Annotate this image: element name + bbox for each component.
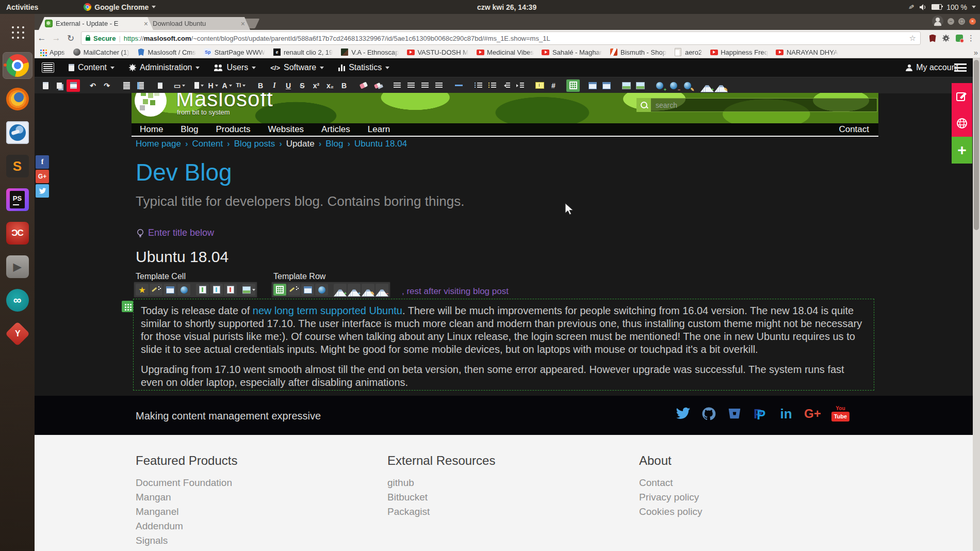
panel-button[interactable]: [164, 284, 176, 296]
row-grid-button[interactable]: [273, 284, 286, 296]
page-properties-button[interactable]: [153, 79, 167, 92]
extension-icon[interactable]: [953, 35, 966, 42]
numbered-list-button[interactable]: [485, 79, 499, 92]
horizontal-rule-button[interactable]: [452, 79, 465, 92]
googleplus-icon[interactable]: G+: [804, 405, 821, 423]
block-style-button[interactable]: [192, 79, 206, 92]
column-red-button[interactable]: [224, 284, 237, 296]
copy-page-button[interactable]: [53, 79, 66, 92]
post-title[interactable]: Ubuntu 18.04: [136, 248, 228, 266]
column-green-button[interactable]: [196, 284, 209, 296]
tab-external-update[interactable]: External - Update - E ×: [39, 17, 153, 30]
footer-link-cookies-policy[interactable]: Cookies policy: [639, 506, 703, 517]
font-color-button[interactable]: A: [220, 79, 234, 92]
breadcrumb-blog[interactable]: Blog: [325, 139, 343, 149]
globe-button[interactable]: [315, 284, 328, 296]
footer-link-signals[interactable]: Signals: [136, 535, 237, 546]
ublock-extension-icon[interactable]: [926, 35, 939, 42]
arduino-launcher[interactable]: ∞: [3, 287, 32, 313]
remove-bold-button[interactable]: B: [337, 79, 351, 92]
forward-button[interactable]: →: [49, 33, 63, 43]
image-edit-button[interactable]: [633, 79, 647, 92]
search-button[interactable]: [636, 98, 651, 112]
footer-link-packagist[interactable]: Packagist: [387, 506, 495, 517]
facebook-share-button[interactable]: f: [36, 155, 49, 169]
paypal-icon[interactable]: PP: [753, 405, 768, 423]
chevron-down-icon[interactable]: [972, 6, 976, 10]
github-icon[interactable]: [701, 405, 716, 423]
indent-button[interactable]: [513, 79, 527, 92]
outdent-button[interactable]: [499, 79, 513, 92]
bookmark-sahal-maghar[interactable]: Sahalé - Maghar: [542, 48, 602, 56]
editable-content-block[interactable]: Today is release date of new long term s…: [133, 299, 874, 391]
bookmark-star-icon[interactable]: ☆: [909, 34, 916, 43]
new-page-button[interactable]: [39, 79, 52, 92]
globe-remove-button[interactable]: −: [667, 79, 680, 92]
bookmark-maslosoft-cms[interactable]: Maslosoft / Cms: [137, 48, 196, 56]
activities-button[interactable]: Activities: [6, 3, 38, 11]
footer-link-github[interactable]: github: [387, 477, 495, 489]
menu-content[interactable]: Content: [69, 63, 115, 72]
nav-contact[interactable]: Contact: [839, 124, 869, 135]
media-player-launcher[interactable]: ▶: [3, 254, 32, 280]
firefox-launcher[interactable]: [3, 86, 32, 112]
phpstorm-launcher[interactable]: PS: [3, 187, 32, 213]
undo-button[interactable]: ↶: [86, 79, 100, 92]
footer-link-manganel[interactable]: Manganel: [136, 506, 237, 517]
bookmark-startpage-www[interactable]: SpStartPage WWW: [204, 48, 265, 56]
globe-button[interactable]: [177, 284, 190, 296]
nav-learn[interactable]: Learn: [368, 124, 390, 135]
close-icon[interactable]: ×: [144, 20, 148, 27]
double-commander-launcher[interactable]: ƆC: [3, 220, 32, 246]
volume-icon[interactable]: [919, 4, 927, 11]
row-add-above-button[interactable]: +: [334, 284, 347, 296]
close-window-button[interactable]: ×: [969, 18, 976, 25]
wand-button[interactable]: [287, 284, 300, 296]
nav-home[interactable]: Home: [140, 124, 163, 135]
footer-link-document-foundation[interactable]: Document Foundation: [136, 477, 237, 489]
bookmark-mailcatcher-1[interactable]: MailCatcher (1): [73, 48, 129, 56]
grid-edit-button[interactable]: [566, 79, 580, 92]
block-drag-handle[interactable]: [122, 301, 133, 312]
bookmark-narayan-dhya[interactable]: NARAYAN DHYA: [776, 48, 838, 56]
eraser-button[interactable]: [357, 79, 370, 92]
preview-button[interactable]: ▭: [173, 79, 186, 92]
panel-add-button[interactable]: [586, 79, 599, 92]
view-site-button[interactable]: [952, 110, 972, 137]
underline-button[interactable]: U: [282, 79, 295, 92]
footer-link-bitbucket[interactable]: Bitbucket: [387, 492, 495, 503]
sublime-text-launcher[interactable]: S: [3, 153, 32, 179]
smartgit-launcher[interactable]: Y: [3, 321, 32, 347]
google-chrome-launcher[interactable]: [3, 53, 32, 78]
wand-button[interactable]: [150, 284, 162, 296]
profile-avatar[interactable]: [932, 15, 943, 27]
bitbucket-icon[interactable]: [727, 405, 742, 423]
row-edit-button[interactable]: ✎: [362, 284, 374, 296]
bookmark-apps[interactable]: Apps: [39, 48, 65, 56]
bullet-list-button[interactable]: [471, 79, 485, 92]
battery-icon[interactable]: [932, 4, 942, 10]
strikethrough-button[interactable]: S: [296, 79, 309, 92]
nav-products[interactable]: Products: [216, 124, 250, 135]
googleplus-share-button[interactable]: G+: [36, 170, 49, 183]
footer-link-mangan[interactable]: Mangan: [136, 492, 237, 503]
bookmark-bismuth-shop[interactable]: Bismuth - Shop: [610, 48, 666, 56]
browser-menu-icon[interactable]: ⋮: [967, 34, 975, 43]
tab-download-ubuntu[interactable]: Download Ubuntu ×: [136, 17, 250, 30]
table-grid-button[interactable]: #: [547, 79, 560, 92]
bookmark-medicinal-vibes[interactable]: Medicinal Vibes: [476, 48, 534, 56]
bookmarks-overflow-icon[interactable]: »: [974, 48, 978, 57]
minimize-button[interactable]: –: [948, 18, 954, 25]
close-icon[interactable]: ×: [241, 20, 245, 27]
search-input[interactable]: [651, 98, 877, 112]
youtube-icon[interactable]: YouTube: [831, 405, 850, 423]
address-bar[interactable]: Secure | https://maslosoft.com/~content/…: [81, 31, 921, 45]
bookmark-vastu-dosh-m[interactable]: VASTU-DOSH M: [406, 48, 468, 56]
menu-statistics[interactable]: Statistics: [338, 63, 389, 72]
ubuntu-link[interactable]: new long term supported Ubuntu: [253, 305, 402, 316]
nav-blog[interactable]: Blog: [181, 124, 198, 135]
align-center-button[interactable]: [404, 79, 418, 92]
row-add-below-button[interactable]: +: [348, 284, 361, 296]
breadcrumb-blog-posts[interactable]: Blog posts: [234, 139, 275, 149]
align-right-button[interactable]: [418, 79, 432, 92]
